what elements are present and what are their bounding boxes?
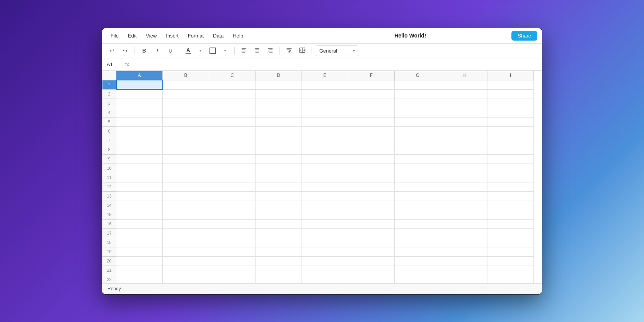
cell-I11[interactable] <box>487 173 534 182</box>
cell-H4[interactable] <box>441 108 487 117</box>
merge-cells-button[interactable] <box>297 45 308 56</box>
font-color-button[interactable]: A <box>184 47 193 55</box>
cell-E19[interactable] <box>302 247 348 256</box>
cell-G5[interactable] <box>395 117 441 126</box>
cell-I12[interactable] <box>487 182 534 191</box>
cell-A15[interactable] <box>116 210 163 219</box>
cell-F8[interactable] <box>348 145 395 154</box>
cell-G8[interactable] <box>395 145 441 154</box>
cell-F2[interactable] <box>348 89 395 99</box>
cell-H22[interactable] <box>441 275 487 283</box>
cell-A1[interactable] <box>116 80 163 89</box>
cell-H8[interactable] <box>441 145 487 154</box>
cell-D10[interactable] <box>256 164 302 173</box>
cell-G16[interactable] <box>395 219 441 228</box>
cell-C18[interactable] <box>209 238 256 247</box>
cell-G1[interactable] <box>395 80 441 89</box>
align-right-button[interactable] <box>265 45 276 56</box>
cell-E16[interactable] <box>302 219 348 228</box>
cell-I19[interactable] <box>487 247 534 256</box>
cell-E17[interactable] <box>302 228 348 238</box>
cell-C2[interactable] <box>209 89 256 99</box>
cell-D4[interactable] <box>256 108 302 117</box>
menu-data[interactable]: Data <box>209 31 227 40</box>
menu-view[interactable]: View <box>142 31 160 40</box>
cell-C11[interactable] <box>209 173 256 182</box>
cell-C16[interactable] <box>209 219 256 228</box>
cell-A16[interactable] <box>116 219 163 228</box>
cell-H1[interactable] <box>441 80 487 89</box>
cell-H2[interactable] <box>441 89 487 99</box>
cell-G10[interactable] <box>395 164 441 173</box>
cell-C20[interactable] <box>209 256 256 266</box>
cell-F13[interactable] <box>348 191 395 201</box>
cell-B15[interactable] <box>163 210 209 219</box>
italic-button[interactable]: I <box>152 45 163 56</box>
cell-H12[interactable] <box>441 182 487 191</box>
col-header-G[interactable]: G <box>395 71 441 80</box>
wrap-text-button[interactable] <box>284 45 295 56</box>
border-button[interactable] <box>208 47 217 55</box>
cell-I16[interactable] <box>487 219 534 228</box>
cell-D2[interactable] <box>256 89 302 99</box>
cell-I9[interactable] <box>487 154 534 164</box>
cell-F5[interactable] <box>348 117 395 126</box>
menu-edit[interactable]: Edit <box>124 31 140 40</box>
cell-G20[interactable] <box>395 256 441 266</box>
cell-H18[interactable] <box>441 238 487 247</box>
underline-button[interactable]: U <box>165 45 176 56</box>
cell-C7[interactable] <box>209 136 256 145</box>
redo-button[interactable]: ↪ <box>120 45 131 56</box>
cell-H5[interactable] <box>441 117 487 126</box>
col-header-I[interactable]: I <box>487 71 534 80</box>
cell-A10[interactable] <box>116 164 163 173</box>
cell-B9[interactable] <box>163 154 209 164</box>
cell-D12[interactable] <box>256 182 302 191</box>
cell-B21[interactable] <box>163 266 209 275</box>
cell-A20[interactable] <box>116 256 163 266</box>
cell-D14[interactable] <box>256 201 302 210</box>
cell-F6[interactable] <box>348 126 395 136</box>
cell-G2[interactable] <box>395 89 441 99</box>
cell-E6[interactable] <box>302 126 348 136</box>
cell-F20[interactable] <box>348 256 395 266</box>
cell-C14[interactable] <box>209 201 256 210</box>
cell-G6[interactable] <box>395 126 441 136</box>
share-button[interactable]: Share <box>511 31 537 41</box>
cell-E10[interactable] <box>302 164 348 173</box>
cell-B18[interactable] <box>163 238 209 247</box>
cell-A18[interactable] <box>116 238 163 247</box>
col-header-E[interactable]: E <box>302 71 348 80</box>
cell-D13[interactable] <box>256 191 302 201</box>
cell-C8[interactable] <box>209 145 256 154</box>
cell-I1[interactable] <box>487 80 534 89</box>
cell-H7[interactable] <box>441 136 487 145</box>
cell-F12[interactable] <box>348 182 395 191</box>
cell-I2[interactable] <box>487 89 534 99</box>
cell-F7[interactable] <box>348 136 395 145</box>
cell-B14[interactable] <box>163 201 209 210</box>
cell-C5[interactable] <box>209 117 256 126</box>
cell-H3[interactable] <box>441 99 487 108</box>
cell-G15[interactable] <box>395 210 441 219</box>
cell-F21[interactable] <box>348 266 395 275</box>
cell-G7[interactable] <box>395 136 441 145</box>
cell-I6[interactable] <box>487 126 534 136</box>
menu-insert[interactable]: Insert <box>162 31 182 40</box>
cell-D22[interactable] <box>256 275 302 283</box>
cell-I8[interactable] <box>487 145 534 154</box>
cell-C12[interactable] <box>209 182 256 191</box>
cell-E9[interactable] <box>302 154 348 164</box>
cell-G3[interactable] <box>395 99 441 108</box>
cell-A22[interactable] <box>116 275 163 283</box>
cell-E4[interactable] <box>302 108 348 117</box>
cell-I5[interactable] <box>487 117 534 126</box>
formula-input[interactable] <box>132 61 537 67</box>
cell-A13[interactable] <box>116 191 163 201</box>
cell-E18[interactable] <box>302 238 348 247</box>
cell-B7[interactable] <box>163 136 209 145</box>
cell-D3[interactable] <box>256 99 302 108</box>
cell-F9[interactable] <box>348 154 395 164</box>
cell-A5[interactable] <box>116 117 163 126</box>
cell-H14[interactable] <box>441 201 487 210</box>
